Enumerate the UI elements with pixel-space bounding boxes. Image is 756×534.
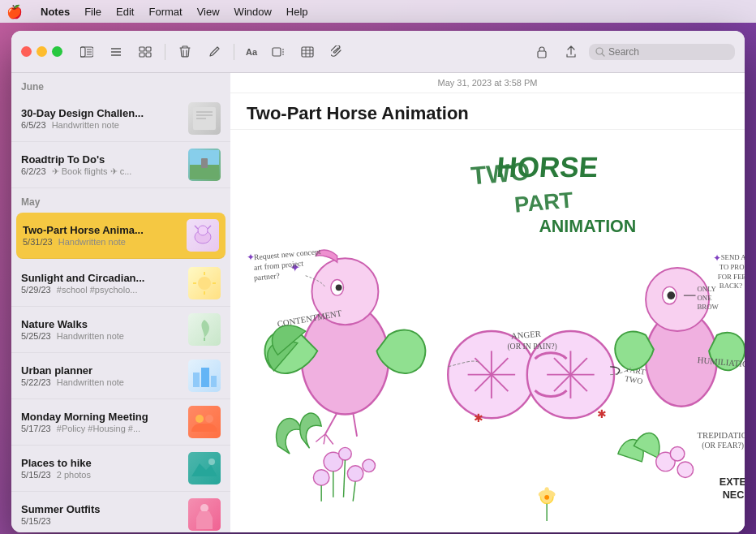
svg-rect-30 bbox=[201, 158, 208, 168]
note-meta: 5/25/23 Handwritten note bbox=[21, 331, 182, 341]
svg-text:BROW: BROW bbox=[697, 303, 719, 311]
svg-point-44 bbox=[195, 415, 204, 423]
table-button[interactable] bbox=[296, 41, 319, 63]
note-thumbnail bbox=[188, 149, 221, 181]
notes-list: 30-Day Design Challen... 6/5/23 Handwrit… bbox=[11, 96, 230, 532]
menu-notes[interactable]: Notes bbox=[41, 6, 70, 18]
format-button[interactable]: Aa bbox=[243, 41, 260, 63]
menu-file[interactable]: File bbox=[84, 6, 101, 18]
note-meta: 6/5/23 Handwritten note bbox=[21, 120, 182, 130]
svg-text:(OR IN PAIN?): (OR IN PAIN?) bbox=[507, 342, 556, 351]
note-meta: 5/29/23 #school #psycholo... bbox=[21, 285, 182, 295]
svg-rect-12 bbox=[273, 48, 281, 56]
svg-rect-11 bbox=[146, 53, 151, 57]
attach-button[interactable] bbox=[325, 41, 348, 63]
note-meta: 5/31/23 Handwritten note bbox=[23, 237, 180, 247]
svg-line-23 bbox=[602, 54, 604, 56]
note-info: Urban planner 5/22/23 Handwritten note bbox=[21, 364, 182, 387]
checklist-button[interactable] bbox=[267, 41, 290, 63]
menu-window[interactable]: Window bbox=[234, 6, 272, 18]
note-thumbnail bbox=[188, 406, 221, 438]
note-item-horse[interactable]: Two-Part Horse Anima... 5/31/23 Handwrit… bbox=[16, 213, 226, 259]
toolbar-separator-1 bbox=[165, 44, 165, 60]
note-meta: 5/17/23 #Policy #Housing #... bbox=[21, 424, 182, 433]
apple-menu[interactable]: 🍎 bbox=[6, 4, 23, 19]
svg-rect-16 bbox=[302, 47, 313, 57]
note-item-roadtrip[interactable]: Roadtrip To Do's 6/2/23 ✈ Book flights ✈… bbox=[11, 142, 230, 188]
svg-rect-43 bbox=[211, 376, 217, 387]
share-button[interactable] bbox=[560, 41, 582, 63]
note-item-nature[interactable]: Nature Walks 5/25/23 Handwritten note bbox=[11, 307, 230, 353]
svg-rect-0 bbox=[80, 47, 85, 57]
note-item-urban[interactable]: Urban planner 5/22/23 Handwritten note bbox=[11, 353, 230, 399]
note-thumbnail bbox=[188, 360, 221, 392]
sketch-svg: TWO PART HORSE ANIMATION bbox=[230, 130, 745, 532]
svg-rect-10 bbox=[140, 53, 144, 57]
note-item-design[interactable]: 30-Day Design Challen... 6/5/23 Handwrit… bbox=[11, 96, 230, 142]
note-thumbnail bbox=[188, 267, 221, 299]
menu-format[interactable]: Format bbox=[148, 6, 182, 18]
note-item-meeting[interactable]: Monday Morning Meeting 5/17/23 #Policy #… bbox=[11, 399, 230, 446]
svg-line-33 bbox=[195, 226, 198, 229]
menu-view[interactable]: View bbox=[197, 6, 220, 18]
svg-point-45 bbox=[205, 415, 213, 423]
svg-point-95 bbox=[339, 447, 352, 460]
search-input[interactable] bbox=[608, 46, 722, 58]
note-title: Urban planner bbox=[21, 364, 182, 377]
note-thumbnail bbox=[188, 452, 221, 484]
note-item-sunlight[interactable]: Sunlight and Circadian... 5/29/23 #schoo… bbox=[11, 261, 230, 307]
note-meta: 5/22/23 Handwritten note bbox=[21, 377, 182, 387]
note-info: Monday Morning Meeting 5/17/23 #Policy #… bbox=[21, 411, 182, 433]
svg-text:BACK?: BACK? bbox=[719, 282, 742, 290]
svg-text:TO PROFESSOR: TO PROFESSOR bbox=[719, 263, 745, 271]
note-info: Summer Outfits 5/15/23 bbox=[21, 503, 182, 526]
june-section-label: June bbox=[11, 73, 230, 96]
note-item-hike[interactable]: Places to hike 5/15/23 2 photos bbox=[11, 446, 230, 492]
minimize-button[interactable] bbox=[37, 46, 47, 57]
svg-point-56 bbox=[336, 284, 342, 291]
sketch-area: TWO PART HORSE ANIMATION bbox=[230, 130, 745, 532]
svg-point-47 bbox=[200, 504, 208, 512]
note-content: TWO PART HORSE ANIMATION bbox=[230, 130, 745, 532]
sidebar: June 30-Day Design Challen... 6/5/23 Han… bbox=[11, 73, 230, 532]
svg-line-34 bbox=[208, 226, 211, 229]
maximize-button[interactable] bbox=[52, 46, 62, 57]
toolbar-separator-2 bbox=[234, 44, 234, 60]
gallery-view-button[interactable] bbox=[134, 41, 157, 63]
menu-help[interactable]: Help bbox=[286, 6, 308, 18]
svg-text:TREPIDATION: TREPIDATION bbox=[697, 430, 745, 440]
svg-point-46 bbox=[208, 459, 215, 465]
lock-button[interactable] bbox=[530, 41, 553, 63]
svg-point-94 bbox=[347, 466, 363, 482]
note-info: Places to hike 5/15/23 2 photos bbox=[21, 457, 182, 480]
svg-text:NECK: NECK bbox=[723, 489, 745, 501]
svg-point-109 bbox=[677, 462, 694, 478]
delete-button[interactable] bbox=[174, 41, 196, 63]
note-title: Places to hike bbox=[21, 457, 182, 469]
list-view-button[interactable] bbox=[105, 41, 127, 63]
svg-rect-42 bbox=[201, 368, 209, 387]
note-item-outfits[interactable]: Summer Outfits 5/15/23 bbox=[11, 492, 230, 532]
close-button[interactable] bbox=[21, 46, 32, 57]
svg-rect-8 bbox=[140, 47, 144, 51]
svg-text:ONLY: ONLY bbox=[697, 285, 716, 293]
app-window: Aa bbox=[11, 31, 745, 532]
svg-text:ONE: ONE bbox=[697, 294, 711, 302]
note-meta: 5/15/23 2 photos bbox=[21, 470, 182, 480]
svg-point-83 bbox=[667, 291, 675, 299]
note-meta: 6/2/23 ✈ Book flights ✈ c... bbox=[21, 166, 182, 177]
note-title-display: Two-Part Horse Animation bbox=[230, 93, 745, 130]
menu-edit[interactable]: Edit bbox=[116, 6, 134, 18]
note-area: May 31, 2023 at 3:58 PM Two-Part Horse A… bbox=[230, 73, 745, 532]
note-title: Monday Morning Meeting bbox=[21, 411, 182, 423]
svg-point-32 bbox=[198, 226, 208, 235]
sidebar-toggle-button[interactable] bbox=[75, 41, 98, 63]
note-title: 30-Day Design Challen... bbox=[21, 107, 182, 119]
menu-bar: 🍎 Notes File Edit Format View Window Hel… bbox=[0, 0, 756, 23]
search-box[interactable] bbox=[589, 44, 735, 60]
svg-text:(OR FEAR?): (OR FEAR?) bbox=[702, 441, 744, 450]
note-meta: 5/15/23 bbox=[21, 516, 182, 526]
title-bar: Aa bbox=[11, 31, 745, 73]
traffic-lights bbox=[21, 46, 62, 57]
new-note-button[interactable] bbox=[203, 41, 226, 63]
